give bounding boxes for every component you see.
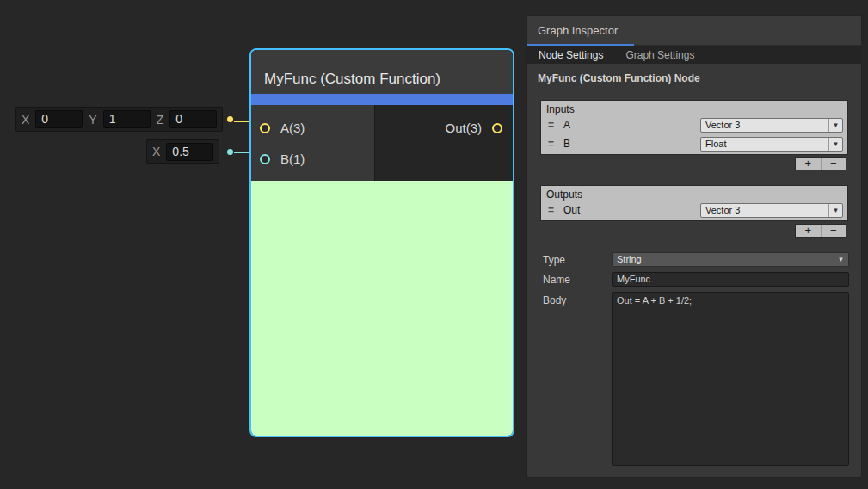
node-input-column [251,105,375,181]
body-textarea[interactable]: Out = A + B + 1/2; [612,292,849,466]
inputs-section-title: Inputs [541,101,847,116]
vector3-input-widget: X 0 Y 1 Z 0 [15,107,223,132]
inputs-list-footer: + − [795,157,846,170]
dropdown-arrow-icon: ▾ [828,119,842,132]
output-row-name: Out [563,204,580,216]
inputs-section: Inputs = A Vector 3 ▾ = B Float ▾ [540,100,848,155]
remove-input-button[interactable]: − [822,158,846,170]
outputs-list-footer: + − [795,224,846,238]
y-label: Y [89,113,96,127]
input-b-type-dropdown[interactable]: Float ▾ [700,137,843,152]
type-dropdown[interactable]: String ▾ [612,252,849,267]
node-ports-area: A(3) B(1) Out(3) [251,105,513,181]
tab-node-settings[interactable]: Node Settings [539,49,603,61]
node-preview [251,181,513,437]
z-value-field[interactable]: 0 [169,110,217,128]
add-input-button[interactable]: + [796,158,822,170]
float-x-label: X [152,145,160,158]
x-label: X [22,113,29,127]
type-label: Type [543,254,565,266]
outputs-section: Outputs = Out Vector 3 ▾ [540,185,848,221]
body-label: Body [543,294,566,306]
inspector-header: Graph Inspector [527,16,861,46]
drag-handle-icon[interactable]: = [548,138,554,150]
tab-graph-settings[interactable]: Graph Settings [625,49,694,61]
dropdown-value: String [617,254,642,264]
drag-handle-icon[interactable]: = [548,204,554,216]
input-port-a-icon[interactable] [260,123,270,133]
node-title[interactable]: MyFunc (Custom Function) [251,50,513,94]
x-value-field[interactable]: 0 [35,110,83,128]
input-port-b-icon[interactable] [260,154,270,164]
input-row-a: = A Vector 3 ▾ [541,116,847,135]
output-type-dropdown[interactable]: Vector 3 ▾ [700,203,843,218]
dropdown-arrow-icon: ▾ [828,204,842,217]
input-b-label: B(1) [280,152,305,166]
float-wire-dot [227,149,233,155]
dropdown-arrow-icon: ▾ [828,138,842,151]
inspector-title-underline [527,44,634,46]
name-label: Name [543,274,570,286]
input-row-name: A [563,119,570,131]
vector3-wire-dot [227,116,233,122]
inspector-heading: MyFunc (Custom Function) Node [527,64,861,84]
output-label: Out(3) [445,121,482,135]
outputs-section-title: Outputs [541,186,847,201]
input-row-b: = B Float ▾ [541,135,847,154]
dropdown-value: Vector 3 [705,205,740,215]
input-row-name: B [563,138,570,150]
float-value-field[interactable]: 0.5 [166,143,213,161]
input-a-label: A(3) [280,121,305,135]
inspector-title: Graph Inspector [538,24,618,37]
input-a-type-dropdown[interactable]: Vector 3 ▾ [700,118,843,133]
y-value-field[interactable]: 1 [103,110,151,128]
z-label: Z [157,113,164,127]
custom-function-node[interactable]: MyFunc (Custom Function) A(3) B(1) Out(3… [249,48,514,437]
graph-inspector-panel: Graph Inspector Node Settings Graph Sett… [526,15,862,478]
add-output-button[interactable]: + [796,225,822,237]
output-row-out: = Out Vector 3 ▾ [541,201,847,220]
output-port-icon[interactable] [492,123,502,133]
shader-graph-canvas: X 0 Y 1 Z 0 X 0.5 MyFunc (Custom Functio… [0,0,868,489]
drag-handle-icon[interactable]: = [548,119,554,131]
float-input-widget: X 0.5 [146,139,219,164]
dropdown-arrow-icon: ▾ [835,253,846,266]
inspector-tab-bar: Node Settings Graph Settings [527,46,861,64]
dropdown-value: Float [705,139,726,149]
dropdown-value: Vector 3 [705,120,740,130]
node-accent-bar [251,94,513,105]
name-input[interactable]: MyFunc [612,272,849,287]
remove-output-button[interactable]: − [822,225,846,237]
